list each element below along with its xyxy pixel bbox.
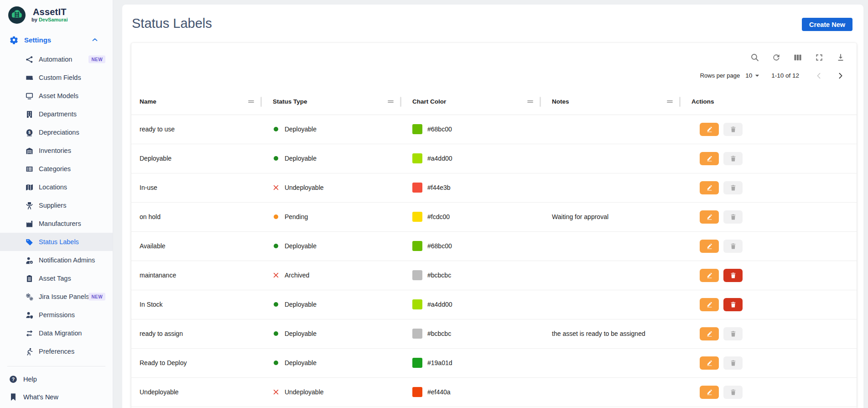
status-x-red-icon [273, 272, 279, 278]
cell-chart-color: #ef440a [404, 377, 544, 407]
chart-color-swatch [412, 387, 422, 397]
edit-button[interactable] [700, 210, 719, 224]
delete-button[interactable] [723, 356, 743, 370]
sidebar-item-inventories[interactable]: Inventories [0, 141, 113, 160]
edit-button[interactable] [700, 181, 719, 194]
sidebar-divider [7, 366, 105, 366]
asset-tags-icon [26, 275, 33, 282]
sidebar-item-preferences[interactable]: Preferences [0, 342, 113, 361]
column-drag-icon[interactable] [526, 98, 534, 105]
columns-icon[interactable] [793, 53, 802, 62]
cell-status-type: Deployable [265, 115, 404, 144]
chart-color-value: #bcbcbc [427, 330, 451, 337]
create-new-button[interactable]: Create New [802, 18, 852, 31]
cell-chart-color: #bcbcbc [404, 261, 544, 290]
delete-button[interactable] [723, 181, 743, 194]
column-header-chart-color[interactable]: Chart Color [404, 89, 544, 115]
edit-button[interactable] [700, 298, 719, 311]
edit-button[interactable] [700, 356, 719, 370]
chart-color-swatch [412, 124, 422, 134]
sidebar-item-suppliers[interactable]: Suppliers [0, 196, 113, 214]
sidebar-item-jira-issue-panels[interactable]: Jira Issue Panels NEW [0, 288, 113, 306]
cell-name: Available [131, 231, 265, 261]
column-header-actions: Actions [683, 89, 857, 115]
delete-button[interactable] [723, 298, 743, 311]
fullscreen-icon[interactable] [815, 53, 824, 62]
rows-per-page-select[interactable]: 10 [745, 72, 759, 79]
locations-icon [26, 183, 33, 191]
suppliers-icon [26, 202, 33, 209]
status-label: Deployable [285, 359, 317, 366]
sidebar-item-label: Inventories [39, 147, 71, 154]
edit-button[interactable] [700, 240, 719, 253]
refresh-icon[interactable] [772, 53, 781, 62]
sidebar-item-label: Manufacturers [39, 220, 81, 227]
sidebar-item-departments[interactable]: Departments [0, 105, 113, 123]
chart-color-swatch [412, 241, 422, 251]
column-resize-handle[interactable] [679, 97, 681, 107]
edit-button[interactable] [700, 269, 719, 282]
cell-notes [544, 231, 683, 261]
inventories-icon [26, 147, 33, 155]
sidebar-item-categories[interactable]: Categories [0, 160, 113, 178]
delete-button[interactable] [723, 152, 743, 165]
sidebar-item-depreciations[interactable]: $ Depreciations [0, 123, 113, 141]
edit-button[interactable] [700, 123, 719, 136]
delete-button[interactable] [723, 386, 743, 399]
cell-status-type: Undeployable [265, 377, 404, 407]
sidebar-item-manufacturers[interactable]: Manufacturers [0, 214, 113, 233]
app-name: AssetIT [33, 7, 67, 17]
delete-button[interactable] [723, 123, 743, 136]
cell-chart-color: #68bc00 [404, 231, 544, 261]
download-icon[interactable] [836, 53, 845, 62]
column-drag-icon[interactable] [666, 98, 674, 105]
column-header-notes[interactable]: Notes [544, 89, 683, 115]
sidebar-item-status-labels[interactable]: Status Labels [0, 233, 113, 251]
sidebar-item-asset-tags[interactable]: Asset Tags [0, 269, 113, 288]
column-resize-handle[interactable] [400, 97, 401, 107]
sidebar-item-custom-fields[interactable]: Custom Fields [0, 68, 113, 87]
cell-actions [683, 202, 857, 231]
main-panel: Status Labels Create New Rows per page 1… [122, 5, 863, 408]
sidebar-item-permissions[interactable]: Permissions [0, 306, 113, 324]
asset-models-icon [26, 92, 33, 100]
sidebar-item-help[interactable]: ? Help [0, 370, 113, 388]
edit-button[interactable] [700, 386, 719, 399]
column-resize-handle[interactable] [260, 97, 262, 107]
sidebar-item-automation[interactable]: Automation NEW [0, 50, 113, 68]
column-drag-icon[interactable] [387, 98, 395, 105]
status-label: Undeployable [285, 388, 324, 396]
sidebar-item-data-migration[interactable]: Data Migration [0, 324, 113, 342]
sidebar-item-what-s-new[interactable]: What's New [0, 388, 113, 406]
sidebar-item-label: Depreciations [39, 129, 79, 136]
status-label: Pending [285, 213, 308, 220]
delete-button[interactable] [723, 269, 743, 282]
delete-button[interactable] [723, 240, 743, 253]
edit-button[interactable] [700, 327, 719, 340]
edit-button[interactable] [700, 152, 719, 165]
cell-status-type: Undeployable [265, 173, 404, 202]
next-page-icon[interactable] [838, 73, 843, 79]
sidebar-item-label: Settings [24, 36, 51, 44]
status-x-red-icon [273, 184, 279, 191]
sidebar-item-asset-models[interactable]: Asset Models [0, 87, 113, 105]
sidebar-footer: ? Help What's New [0, 370, 113, 406]
cell-actions [683, 231, 857, 261]
rows-per-page-value: 10 [745, 72, 752, 79]
sidebar-item-locations[interactable]: Locations [0, 178, 113, 196]
search-icon[interactable] [750, 53, 759, 62]
cell-status-type: Archived [265, 261, 404, 290]
column-resize-handle[interactable] [540, 97, 541, 107]
previous-page-icon[interactable] [816, 73, 821, 79]
column-drag-icon[interactable] [247, 98, 255, 105]
cell-chart-color: #bcbcbc [404, 319, 544, 348]
sidebar-item-notification-admins[interactable]: Notification Admins [0, 251, 113, 269]
delete-button[interactable] [723, 210, 743, 224]
sidebar-item-settings[interactable]: Settings [0, 32, 113, 48]
delete-button[interactable] [723, 327, 743, 340]
sidebar-item-label: Status Labels [39, 238, 79, 246]
caret-down-icon [755, 74, 759, 77]
column-header-status-type[interactable]: Status Type [265, 89, 404, 115]
cell-notes: the asset is ready to be assigned [544, 319, 683, 348]
column-header-name[interactable]: Name [131, 89, 265, 115]
